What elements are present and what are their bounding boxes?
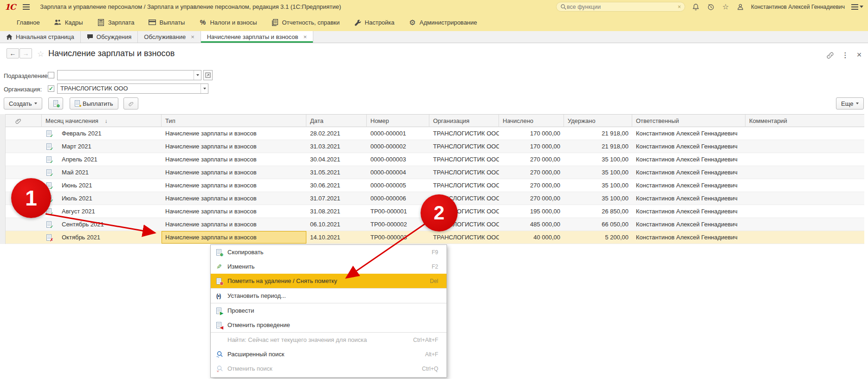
- organization-filter-checkbox[interactable]: ✓: [48, 85, 54, 92]
- tab-discussions[interactable]: Обсуждения: [81, 31, 138, 43]
- organization-combo[interactable]: ТРАНСЛОГИСТИК ООО: [57, 84, 208, 94]
- department-filter-label: Подразделение:: [4, 72, 49, 79]
- menu-item-taxes[interactable]: % Налоги и взносы: [199, 19, 257, 26]
- create-by-copy-button[interactable]: ⊕: [48, 97, 63, 109]
- card-icon: [149, 19, 156, 26]
- context-menu-item-find: Найти: Сейчас нет текущего значения для …: [211, 333, 447, 347]
- menu-item-reports[interactable]: Отчетность, справки: [271, 19, 340, 26]
- table-row-selected[interactable]: ✗ Октябрь 2021 Начисление зарплаты и взн…: [6, 231, 864, 244]
- column-header-comment[interactable]: Комментарий: [745, 115, 864, 127]
- sort-descending-icon: ↓: [104, 118, 107, 124]
- column-header-withheld[interactable]: Удержано: [564, 115, 632, 127]
- close-form-icon[interactable]: ×: [855, 50, 864, 59]
- create-button[interactable]: Создать: [4, 97, 42, 109]
- column-header-date[interactable]: Дата: [306, 115, 367, 127]
- column-header-responsible[interactable]: Ответственный: [632, 115, 745, 127]
- department-open-button[interactable]: [203, 70, 213, 80]
- menu-item-settings[interactable]: Настройка: [354, 19, 395, 26]
- unpost-document-icon: ◀: [216, 322, 221, 328]
- column-header-accrued[interactable]: Начислено: [499, 115, 564, 127]
- more-actions-icon[interactable]: ⋮: [841, 51, 850, 60]
- calculator-icon: [97, 19, 105, 26]
- context-menu-item-advanced-search[interactable]: Расширенный поиск Alt+F: [211, 347, 447, 361]
- paperclip-icon: [129, 100, 133, 107]
- close-tab-icon[interactable]: ×: [191, 33, 194, 40]
- callout-step-2: 2: [421, 194, 458, 231]
- app-window: 1С Зарплата и управление персоналом / За…: [0, 0, 868, 379]
- column-header-attachments[interactable]: [12, 115, 42, 127]
- dropdown-icon[interactable]: [201, 84, 208, 93]
- menu-item-hr[interactable]: Кадры: [54, 19, 83, 26]
- context-menu-item-mark-deletion[interactable]: ⊗ Пометить на удаление / Снять пометку D…: [211, 274, 447, 288]
- notifications-bell-icon[interactable]: [692, 3, 700, 11]
- window-title: Зарплата и управление персоналом / Зарпл…: [40, 3, 341, 10]
- menu-item-payments[interactable]: Выплаты: [149, 19, 185, 26]
- more-button[interactable]: Еще: [836, 97, 864, 109]
- back-button[interactable]: ←: [6, 48, 19, 58]
- column-header-org[interactable]: Организация: [429, 115, 499, 127]
- column-header-number[interactable]: Номер: [367, 115, 429, 127]
- cancel-search-icon: [216, 365, 223, 372]
- pencil-icon: ✎: [216, 263, 222, 270]
- people-icon: [54, 19, 62, 26]
- search-input[interactable]: [567, 4, 678, 10]
- close-tab-icon[interactable]: ×: [303, 33, 307, 40]
- forward-button[interactable]: →: [19, 48, 32, 58]
- favorites-star-icon[interactable]: ☆: [721, 3, 730, 11]
- main-menu-icon[interactable]: [23, 3, 30, 11]
- search-icon: [560, 4, 567, 10]
- current-user-name[interactable]: Константинов Алексей Геннадиевич: [751, 4, 845, 10]
- user-icon[interactable]: [736, 3, 745, 11]
- context-menu-item-post[interactable]: ▶ Провести: [211, 303, 447, 318]
- column-header-month[interactable]: Месяц начисления ↓: [42, 115, 162, 127]
- column-header-type[interactable]: Тип: [162, 115, 306, 127]
- context-menu-item-unpost[interactable]: ◀ Отменить проведение: [211, 318, 447, 332]
- table-row[interactable]: ✓ Май 2021 Начисление зарплаты и взносов…: [6, 166, 864, 179]
- menu-item-main[interactable]: Главное: [6, 19, 40, 26]
- period-icon: (•): [216, 293, 220, 299]
- tab-home[interactable]: Начальная страница: [0, 31, 81, 43]
- table-row[interactable]: ✓ Июнь 2021 Начисление зарплаты и взносо…: [6, 179, 864, 192]
- 1c-logo: 1С: [5, 2, 15, 12]
- attachments-button[interactable]: [123, 97, 138, 109]
- callout-step-1: 1: [11, 178, 51, 218]
- department-combo[interactable]: [57, 70, 201, 80]
- pay-document-icon: ●: [75, 100, 80, 107]
- page-title: Начисление зарплаты и взносов: [48, 49, 175, 58]
- titlebar: 1С Зарплата и управление персоналом / За…: [0, 0, 868, 13]
- department-filter-checkbox[interactable]: [48, 72, 54, 78]
- pay-button[interactable]: ● Выплатить: [70, 97, 118, 109]
- global-search[interactable]: ×: [556, 2, 685, 12]
- dropdown-icon[interactable]: [194, 71, 201, 80]
- menu-item-salary[interactable]: Зарплата: [97, 19, 135, 26]
- context-menu-item-cancel-search: Отменить поиск Ctrl+Q: [211, 361, 447, 376]
- copy-document-icon: ⊕: [216, 249, 221, 256]
- gear-icon: ⚙: [408, 19, 416, 26]
- report-icon: [271, 19, 279, 26]
- table-row[interactable]: ✓ Март 2021 Начисление зарплаты и взносо…: [6, 140, 864, 153]
- titlebar-menu-icon[interactable]: [851, 3, 863, 11]
- favorite-star-icon[interactable]: ☆: [37, 49, 44, 59]
- chat-icon: [87, 34, 93, 40]
- clear-search-icon[interactable]: ×: [678, 4, 681, 10]
- context-menu-item-copy[interactable]: ⊕ Скопировать F9: [211, 245, 447, 259]
- history-icon[interactable]: [706, 3, 715, 11]
- get-link-icon[interactable]: [825, 51, 835, 60]
- row-marker-gutter: [0, 114, 6, 244]
- home-icon: [6, 34, 13, 40]
- wrench-icon: [354, 19, 362, 26]
- selected-cell[interactable]: Начисление зарплаты и взносов: [162, 231, 306, 244]
- context-menu-item-edit[interactable]: ✎ Изменить F2: [211, 259, 447, 274]
- table-row[interactable]: ✓ Февраль 2021 Начисление зарплаты и взн…: [6, 127, 864, 140]
- open-windows-tabbar: Начальная страница Обсуждения Обслуживан…: [0, 31, 868, 43]
- context-menu-item-set-period[interactable]: (•) Установить период...: [211, 289, 447, 303]
- tab-payroll-accrual[interactable]: Начисление зарплаты и взносов ×: [201, 31, 313, 43]
- tab-service[interactable]: Обслуживание ×: [138, 31, 201, 43]
- section-menubar: Главное Кадры: [0, 13, 868, 31]
- table-row[interactable]: ✓ Апрель 2021 Начисление зарплаты и взно…: [6, 153, 864, 166]
- copy-document-icon: ⊕: [53, 100, 58, 107]
- menu-item-administration[interactable]: ⚙ Администрирование: [408, 19, 477, 26]
- table-header: Месяц начисления ↓ Тип Дата Номер Органи…: [6, 114, 864, 127]
- paperclip-icon: [15, 118, 21, 124]
- percent-icon: %: [199, 19, 207, 26]
